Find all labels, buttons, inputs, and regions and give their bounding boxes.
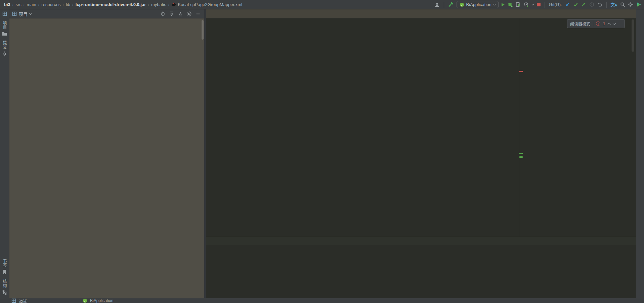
breadcrumb-separator: › <box>168 3 170 7</box>
ok-stripe-mark[interactable] <box>519 156 523 158</box>
toolbar-actions: BiApplication Git(G): 文A <box>434 1 644 8</box>
main-toolbar: bi3›src›main›resources›lib›lcp-runtime-m… <box>0 0 644 9</box>
breadcrumb-separator: › <box>38 3 40 7</box>
reader-mode-button[interactable]: 阅读器模式 <box>570 21 590 27</box>
git-push-icon[interactable] <box>581 2 586 7</box>
locate-file-icon[interactable] <box>160 11 165 16</box>
project-pane-icon <box>12 11 17 16</box>
spring-boot-icon <box>83 298 87 303</box>
project-view-selector[interactable]: 项目 <box>12 11 32 17</box>
editor-background <box>206 18 636 298</box>
toolwindow-label: 提交 <box>2 41 7 49</box>
debug-session-label: BiApplication <box>90 298 113 303</box>
undo-icon[interactable] <box>597 2 602 7</box>
breadcrumb-separator: › <box>24 3 25 7</box>
search-icon[interactable] <box>620 2 625 7</box>
breadcrumb-item[interactable]: KocaLcpPage2GroupMapper.xml <box>171 2 242 7</box>
spring-boot-icon <box>460 2 464 7</box>
breadcrumb-separator: › <box>62 3 64 7</box>
hide-panel-icon[interactable] <box>196 12 200 16</box>
run-configuration-label: BiApplication <box>466 2 491 7</box>
breadcrumb-item[interactable]: lcp-runtime-model-driven-4.0.0.jar <box>76 2 146 7</box>
divider <box>593 21 593 27</box>
build-hammer-icon[interactable] <box>448 2 454 7</box>
folder-tool-icon <box>2 32 7 36</box>
debug-button[interactable] <box>508 2 513 7</box>
toolwindow-button-提交[interactable]: 提交 <box>2 41 7 56</box>
toolwindow-icon <box>11 298 16 303</box>
breadcrumb[interactable]: bi3›src›main›resources›lib›lcp-runtime-m… <box>0 2 243 7</box>
run-button[interactable] <box>502 3 505 6</box>
toolwindow-label: 书签 <box>2 259 7 267</box>
breadcrumb-item[interactable]: bi3 <box>4 2 10 7</box>
translate-icon[interactable]: 文A <box>611 2 617 7</box>
profiler-button[interactable] <box>524 2 529 7</box>
reader-mode-widget: 阅读器模式 ! 1 <box>567 19 625 28</box>
user-icon[interactable] <box>434 2 440 7</box>
project-panel-title: 项目 <box>19 11 28 17</box>
settings-gear-icon[interactable] <box>628 2 633 7</box>
project-tree-scrollbar[interactable] <box>202 20 204 40</box>
project-tree <box>9 18 204 298</box>
mybatis-bird-icon <box>171 2 176 7</box>
chevron-down-icon[interactable] <box>531 3 534 5</box>
breadcrumb-item[interactable]: lib <box>66 2 70 7</box>
breadcrumb-separator: › <box>148 3 149 7</box>
divider <box>606 2 607 8</box>
editor-breadcrumbs[interactable] <box>206 237 636 245</box>
expand-all-icon[interactable] <box>169 11 174 16</box>
error-count: 1 <box>603 21 605 26</box>
breadcrumb-item[interactable]: src <box>15 2 21 7</box>
divider <box>444 2 444 8</box>
git-commit-check-icon[interactable] <box>573 2 578 7</box>
previous-error-button[interactable] <box>607 23 611 26</box>
debug-toolwindow-bar[interactable]: 调试 BiApplication <box>0 298 644 303</box>
structure-icon <box>2 290 7 295</box>
toolwindow-label: 项目 <box>2 21 7 30</box>
chevron-down-icon <box>493 3 496 5</box>
right-margin-guide <box>519 18 519 237</box>
run-configuration-select[interactable]: BiApplication <box>457 1 499 8</box>
bookmark-icon <box>2 269 7 274</box>
debug-label: 调试 <box>19 298 27 303</box>
history-clock-icon[interactable] <box>589 2 594 7</box>
breadcrumb-item[interactable]: mybatis <box>151 2 166 7</box>
collapse-all-icon[interactable] <box>178 11 183 16</box>
breadcrumb-item[interactable]: resources <box>41 2 60 7</box>
editor-tab-bar <box>206 9 636 18</box>
chevron-down-icon <box>29 12 32 14</box>
breadcrumb-separator: › <box>72 3 74 7</box>
next-error-button[interactable] <box>612 22 616 25</box>
commit-icon <box>2 51 7 56</box>
project-panel-header: 项目 <box>9 9 204 18</box>
error-badge-icon: ! <box>596 21 600 26</box>
toolwindow-button-项目[interactable]: 项目 <box>2 21 7 36</box>
ok-stripe-mark[interactable] <box>519 153 523 154</box>
left-tool-strip: 项目提交书签结构 <box>0 9 9 298</box>
toolwindow-button-书签[interactable]: 书签 <box>2 259 7 274</box>
editor-scrollbar[interactable] <box>632 19 634 52</box>
stop-button[interactable] <box>537 3 541 6</box>
coverage-button[interactable] <box>516 2 521 7</box>
toolwindow-label: 结构 <box>2 279 7 288</box>
git-label: Git(G): <box>549 2 562 7</box>
plugin-triangle-icon[interactable] <box>636 2 641 7</box>
toolwindow-button-结构[interactable]: 结构 <box>2 279 7 295</box>
divider <box>545 2 545 8</box>
window-grid-icon[interactable] <box>2 11 7 16</box>
breadcrumb-item[interactable]: main <box>27 2 36 7</box>
breadcrumb-separator: › <box>12 3 14 7</box>
git-update-icon[interactable] <box>565 2 570 7</box>
error-stripe-mark[interactable] <box>519 71 523 72</box>
panel-settings-gear-icon[interactable] <box>187 11 192 16</box>
